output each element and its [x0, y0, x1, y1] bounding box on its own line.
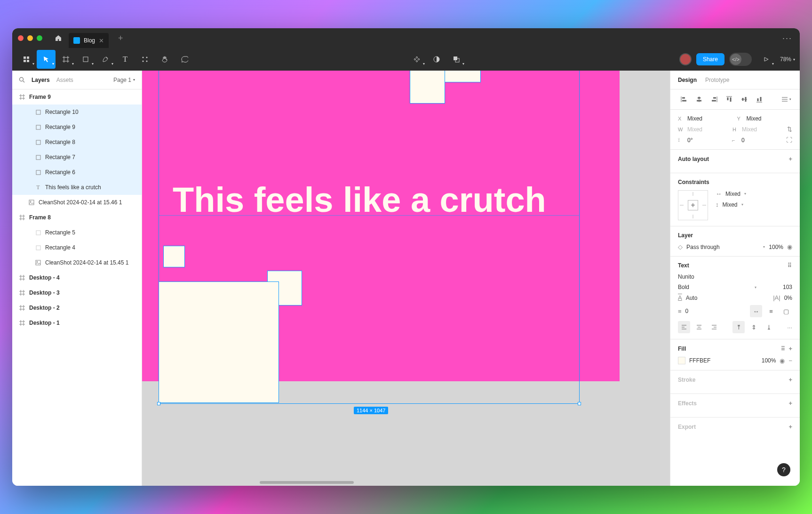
assets-tab[interactable]: Assets: [56, 77, 73, 83]
line-height-value[interactable]: Auto: [686, 295, 770, 301]
font-size-value[interactable]: 103: [783, 284, 792, 290]
constraints-diagram[interactable]: +: [678, 190, 708, 220]
minimize-window[interactable]: [27, 35, 33, 41]
text-more-icon[interactable]: ···: [787, 324, 792, 331]
add-export-icon[interactable]: +: [788, 423, 792, 430]
opacity-value[interactable]: 100%: [769, 244, 783, 250]
font-family-value[interactable]: Nunito: [678, 273, 694, 280]
visibility-icon[interactable]: ◉: [787, 243, 792, 250]
add-fill-icon[interactable]: +: [788, 345, 792, 352]
present-button[interactable]: ▾: [756, 50, 775, 69]
frame-tool-button[interactable]: ▾: [56, 50, 75, 69]
help-button[interactable]: ?: [777, 463, 790, 476]
home-button[interactable]: [52, 32, 65, 45]
fill-visibility-icon[interactable]: ◉: [780, 357, 785, 364]
paragraph-spacing-value[interactable]: 0: [685, 308, 746, 314]
comment-tool-button[interactable]: [175, 50, 194, 69]
layer-item[interactable]: Rectangle 5: [12, 225, 142, 240]
horizontal-scrollbar[interactable]: [260, 481, 354, 484]
distribute-icon[interactable]: ▾: [780, 93, 792, 105]
close-window[interactable]: [18, 35, 24, 41]
text-styles-icon[interactable]: ⠿: [788, 262, 792, 269]
fill-swatch[interactable]: [678, 357, 685, 364]
layer-item[interactable]: Rectangle 10: [12, 104, 142, 120]
text-valign-bottom-icon[interactable]: ⤓: [763, 321, 775, 333]
layer-item[interactable]: Desktop - 1: [12, 315, 142, 330]
layer-item[interactable]: Desktop - 3: [12, 285, 142, 300]
text-align-right-icon[interactable]: [708, 321, 720, 333]
layers-tab[interactable]: Layers: [32, 77, 50, 83]
v-constraint-value[interactable]: Mixed: [723, 201, 738, 208]
close-tab-icon[interactable]: ✕: [99, 37, 104, 44]
add-effect-icon[interactable]: +: [788, 400, 792, 407]
layer-item[interactable]: Desktop - 4: [12, 270, 142, 285]
add-stroke-icon[interactable]: +: [788, 376, 792, 383]
boolean-button[interactable]: ▾: [447, 50, 466, 69]
text-align-center-icon[interactable]: [693, 321, 705, 333]
remove-fill-icon[interactable]: −: [788, 357, 792, 364]
layer-item[interactable]: CleanShot 2024-02-14 at 15.46 1: [12, 195, 142, 210]
align-right-icon[interactable]: [708, 93, 720, 105]
align-bottom-icon[interactable]: [753, 93, 765, 105]
layer-item[interactable]: Rectangle 8: [12, 135, 142, 150]
layer-item[interactable]: Rectangle 7: [12, 150, 142, 165]
layer-item[interactable]: CleanShot 2024-02-14 at 15.45 1: [12, 255, 142, 270]
pen-tool-button[interactable]: ▾: [96, 50, 115, 69]
radius-value[interactable]: 0: [741, 137, 782, 144]
text-tool-button[interactable]: T: [116, 50, 135, 69]
fill-styles-icon[interactable]: ⠿: [781, 345, 786, 352]
layer-item[interactable]: Rectangle 4: [12, 240, 142, 255]
more-menu-icon[interactable]: ···: [782, 33, 792, 43]
canvas[interactable]: This feels like a crutch 1144 × 1047: [142, 71, 670, 486]
rotation-value[interactable]: 0°: [687, 137, 728, 144]
text-valign-top-icon[interactable]: ⤒: [732, 321, 745, 333]
align-hcenter-icon[interactable]: [693, 93, 705, 105]
user-avatar[interactable]: [679, 53, 692, 65]
component-button[interactable]: ▾: [407, 50, 426, 69]
text-align-left-icon[interactable]: [678, 321, 690, 333]
fixed-size-icon[interactable]: ▢: [780, 305, 792, 317]
layer-item[interactable]: Rectangle 9: [12, 120, 142, 135]
fill-opacity-value[interactable]: 100%: [762, 357, 776, 364]
layer-item[interactable]: Rectangle 6: [12, 165, 142, 180]
align-top-icon[interactable]: [723, 93, 735, 105]
shape-tool-button[interactable]: ▾: [76, 50, 95, 69]
file-tab[interactable]: Blog ✕: [69, 33, 109, 48]
letter-spacing-value[interactable]: 0%: [784, 295, 792, 301]
zoom-dropdown[interactable]: 78%▾: [780, 56, 795, 63]
text-icon: T: [35, 184, 41, 191]
dev-mode-toggle[interactable]: </>: [729, 53, 752, 66]
mask-button[interactable]: [427, 50, 446, 69]
maximize-window[interactable]: [37, 35, 42, 41]
auto-height-icon[interactable]: ≡: [765, 305, 777, 317]
x-value[interactable]: Mixed: [687, 115, 733, 122]
blend-mode-value[interactable]: Pass through: [686, 244, 759, 250]
page-selector[interactable]: Page 1▾: [113, 77, 135, 83]
search-icon[interactable]: [19, 77, 25, 83]
h-value[interactable]: Mixed: [742, 126, 783, 133]
layer-item[interactable]: Desktop - 2: [12, 300, 142, 315]
layer-item[interactable]: Frame 8: [12, 210, 142, 225]
resources-button[interactable]: [135, 50, 154, 69]
main-menu-button[interactable]: ▾: [17, 50, 36, 69]
w-value[interactable]: Mixed: [687, 126, 729, 133]
new-tab-button[interactable]: +: [118, 33, 123, 43]
align-vcenter-icon[interactable]: [738, 93, 750, 105]
constrain-proportions-icon[interactable]: ⇅: [787, 126, 792, 133]
move-tool-button[interactable]: ▾: [37, 50, 56, 69]
share-button[interactable]: Share: [696, 53, 724, 65]
font-weight-value[interactable]: Bold: [678, 284, 751, 290]
fill-hex-value[interactable]: FFFBEF: [689, 357, 758, 364]
prototype-tab[interactable]: Prototype: [705, 77, 729, 83]
y-value[interactable]: Mixed: [747, 115, 793, 122]
h-constraint-value[interactable]: Mixed: [725, 191, 740, 197]
text-valign-middle-icon[interactable]: ⇕: [748, 321, 760, 333]
align-left-icon[interactable]: [678, 93, 690, 105]
auto-width-icon[interactable]: ↔: [750, 305, 762, 317]
hand-tool-button[interactable]: [155, 50, 174, 69]
radius-expand-icon[interactable]: ⛶: [786, 137, 792, 144]
add-autolayout-icon[interactable]: +: [788, 155, 792, 162]
layer-item[interactable]: TThis feels like a crutch: [12, 180, 142, 195]
layer-item[interactable]: Frame 9: [12, 89, 142, 104]
design-tab[interactable]: Design: [678, 77, 697, 83]
